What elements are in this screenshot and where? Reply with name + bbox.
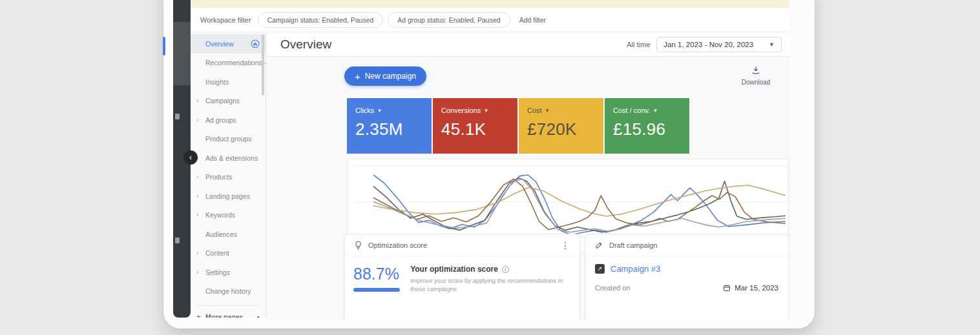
sidebar-item-settings[interactable]: ›Settings <box>191 263 266 282</box>
date-range-label: All time <box>627 41 650 48</box>
expand-arrow-icon: › <box>196 174 198 180</box>
line-chart <box>348 162 788 239</box>
optimization-score-card: Optimization score ⋮ 88.7% Your optimiza… <box>344 234 580 320</box>
rail-icon <box>175 238 180 243</box>
filter-bar: Workspace filter Campaign status: Enable… <box>191 8 789 32</box>
page-title: Overview <box>280 37 331 52</box>
date-range-picker[interactable]: Jan 1, 2023 - Nov 20, 2023 ▼ <box>656 37 782 52</box>
date-range-value: Jan 1, 2023 - Nov 20, 2023 <box>663 41 753 48</box>
sidebar-item-label: Change history <box>205 287 251 295</box>
expand-arrow-icon: › <box>196 269 198 276</box>
sidebar-item-label: Landing pages <box>205 192 250 200</box>
chart-line-cost <box>373 185 786 216</box>
sidebar-item-product-groups[interactable]: Product groups <box>191 130 266 149</box>
metric-scorecards: Clicks▾2.35MConversions▾45.1KCost▾£720KC… <box>347 98 689 154</box>
collapse-sidebar-button[interactable]: ‹ <box>183 150 198 165</box>
info-icon[interactable]: i <box>502 266 509 273</box>
campaign-link[interactable]: Campaign #3 <box>610 264 660 274</box>
sidebar-item-label: Ads & extensions <box>205 154 258 162</box>
sidebar-item-more[interactable]: + More pages ● <box>191 309 266 318</box>
draft-pencil-icon <box>595 241 603 249</box>
sidebar-item-label: Content <box>205 249 229 257</box>
scorecard-clicks[interactable]: Clicks▾2.35M <box>347 98 432 154</box>
optimization-description: Improve your score by applying the recom… <box>410 276 569 294</box>
chevron-down-icon: ▾ <box>485 107 488 114</box>
download-button[interactable]: Download <box>735 66 777 86</box>
expand-arrow-icon: › <box>196 193 198 199</box>
scorecard-label: Cost / conv. <box>613 107 650 114</box>
optimization-headline: Your optimization score <box>410 265 498 274</box>
scorecard-label: Clicks <box>355 107 374 114</box>
filter-chip-campaign-status[interactable]: Campaign status: Enabled, Paused <box>258 12 384 28</box>
plus-icon: + <box>196 312 201 318</box>
main-header: Overview All time Jan 1, 2023 - Nov 20, … <box>266 32 789 57</box>
home-icon <box>251 39 260 48</box>
sidebar-item-label: Ad groups <box>205 116 236 124</box>
chevron-down-icon: ▾ <box>546 107 549 114</box>
expand-arrow-icon: › <box>196 117 198 123</box>
created-on-label: Created on <box>595 284 630 292</box>
sidebar-divider <box>196 305 260 306</box>
sidebar-item-change-history[interactable]: Change history <box>191 282 266 301</box>
sidebar-item-products[interactable]: ›Products <box>191 168 266 187</box>
scorecard-label: Conversions <box>441 107 481 114</box>
chevron-down-icon: ▾ <box>654 107 657 114</box>
notification-strip <box>191 0 789 8</box>
created-date-value: Mar 15, 2023 <box>735 284 778 292</box>
scorecard-conversions[interactable]: Conversions▾45.1K <box>433 98 517 154</box>
sidebar-item-keywords[interactable]: ›Keywords <box>191 206 266 225</box>
sidebar-item-label: Insights <box>205 78 229 86</box>
sidebar-item-recommendations[interactable]: Recommendations• <box>191 54 266 73</box>
sidebar-item-content[interactable]: ›Content <box>191 244 266 263</box>
sidebar-item-label: Settings <box>205 269 230 276</box>
sidebar-item-label: Overview <box>205 40 234 48</box>
sidebar-item-label: Recommendations <box>205 59 262 66</box>
filter-chips: Campaign status: Enabled, PausedAd group… <box>258 12 510 28</box>
calendar-icon <box>723 284 731 292</box>
scorecard-value: £15.96 <box>613 119 689 139</box>
card-title: Draft campaign <box>609 241 658 249</box>
more-options-icon[interactable]: ⋮ <box>561 241 570 250</box>
scorecard-value: 2.35M <box>355 119 432 139</box>
draft-campaign-card: Draft campaign ↗ Campaign #3 Created on <box>585 234 789 320</box>
page-background: ‹ Workspace filter Campaign status: Enab… <box>0 0 980 335</box>
scorecard-cost[interactable]: Cost▾£720K <box>519 98 603 154</box>
sidebar-item-landing-pages[interactable]: ›Landing pages <box>191 187 266 206</box>
new-campaign-button[interactable]: + New campaign <box>344 66 426 86</box>
lightbulb-icon <box>354 241 362 250</box>
more-dot-icon: ● <box>256 314 260 318</box>
selected-item-accent <box>163 37 165 56</box>
optimization-score-value: 88.7% <box>353 265 401 283</box>
optimization-score-bar <box>353 288 400 292</box>
sidebar-item-label: Campaigns <box>205 97 240 105</box>
filter-chip-ad-group-status[interactable]: Ad group status: Enabled, Paused <box>388 12 510 28</box>
sidebar-scrollbar[interactable] <box>262 34 264 96</box>
rail-highlight <box>173 22 191 85</box>
sidebar-item-label: Keywords <box>205 211 235 219</box>
plus-icon: + <box>355 72 360 81</box>
sidebar-item-ad-groups[interactable]: ›Ad groups <box>191 110 266 130</box>
add-filter-button[interactable]: Add filter <box>519 16 546 24</box>
sidebar-item-audiences[interactable]: Audiences <box>191 225 266 244</box>
expand-arrow-icon: › <box>196 250 198 256</box>
sidebar-item-label: Products <box>205 173 232 181</box>
main-content: Overview All time Jan 1, 2023 - Nov 20, … <box>266 32 789 320</box>
sidebar-item-ads-extensions[interactable]: ›Ads & extensions <box>191 148 266 168</box>
rail-icon <box>175 114 180 119</box>
sidebar-item-insights[interactable]: Insights <box>191 72 266 92</box>
card-title: Optimization score <box>368 241 427 249</box>
chart-line-cost-conv <box>373 179 786 229</box>
sidebar-item-overview[interactable]: Overview <box>191 34 266 54</box>
campaign-icon: ↗ <box>595 264 605 274</box>
sidebar: OverviewRecommendations•Insights›Campaig… <box>191 32 266 318</box>
expand-arrow-icon: › <box>196 97 198 104</box>
sidebar-item-label: Product groups <box>205 135 251 143</box>
scorecard-value: 45.1K <box>441 119 517 139</box>
workspace-filter-label: Workspace filter <box>200 16 251 24</box>
scorecard-cost-conv[interactable]: Cost / conv.▾£15.96 <box>605 98 689 154</box>
scorecard-value: £720K <box>527 119 603 139</box>
sidebar-item-campaigns[interactable]: ›Campaigns <box>191 92 266 111</box>
expand-arrow-icon: › <box>196 212 198 218</box>
chevron-down-icon: ▾ <box>378 107 381 114</box>
download-icon <box>751 66 761 75</box>
